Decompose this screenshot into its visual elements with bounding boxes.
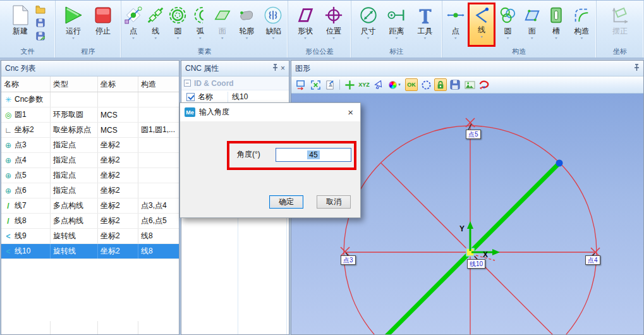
table-row[interactable]: 线10 旋转线 坐标2 线8 <box>1 244 179 259</box>
chevron-down-icon: ▼ <box>580 36 583 40</box>
row-coord: 坐标2 <box>98 244 138 259</box>
green-cross-icon <box>344 80 355 90</box>
row-type: 多点构线 <box>51 214 98 228</box>
construct-point-button[interactable]: 点 ▼ <box>444 3 467 47</box>
distance-button[interactable]: 距离 ▼ <box>382 3 411 47</box>
stop-icon <box>94 4 112 27</box>
close-icon[interactable]: × <box>346 107 355 117</box>
table-row[interactable]: 点5 指定点 坐标2 <box>1 168 179 183</box>
column-header-name[interactable]: 名称 <box>1 76 51 92</box>
table-row[interactable]: 点3 指定点 坐标2 <box>1 138 179 153</box>
rotate-arrow-icon <box>478 80 490 90</box>
column-header-coord[interactable]: 坐标 <box>98 76 138 92</box>
chevron-down-icon: ▼ <box>221 36 224 40</box>
scene-button[interactable] <box>463 78 476 91</box>
table-row[interactable]: 圆1 环形取圆 MCS <box>1 107 179 123</box>
construct-plane-button[interactable]: 面 ▼ <box>520 3 544 47</box>
table-row[interactable]: 线9 旋转线 坐标2 线8 <box>1 229 179 244</box>
construct-slot-button[interactable]: 槽 ▼ <box>544 3 568 47</box>
select-arrow-button[interactable] <box>372 78 385 91</box>
row-type <box>51 92 98 107</box>
row-construct: 线8 <box>138 229 179 243</box>
row-name: 坐标2 <box>15 125 34 135</box>
element-circle-button[interactable]: 圆 ▼ <box>167 3 188 47</box>
column-header-type[interactable]: 类型 <box>51 76 98 92</box>
row-name: 点3 <box>15 140 27 150</box>
table-row[interactable]: 点4 指定点 坐标2 <box>1 153 179 168</box>
row-coord: 坐标2 <box>98 183 138 198</box>
property-value[interactable]: 线10 <box>228 92 286 102</box>
ribbon-group-file: 新建 文件 <box>0 1 56 58</box>
chevron-down-icon: ▼ <box>530 36 534 40</box>
element-defect-button[interactable]: 缺陷 ▼ <box>260 3 286 47</box>
dashed-circle-button[interactable] <box>420 78 432 91</box>
align-button[interactable]: 摆正 <box>606 3 634 47</box>
row-name: 线7 <box>15 200 27 211</box>
element-arc-button[interactable]: 弧 ▼ <box>190 3 211 47</box>
element-profile-button[interactable]: 轮廓 ▼ <box>234 3 260 47</box>
select-arrow-icon <box>374 80 384 90</box>
run-label: 运行 <box>66 27 81 35</box>
save-button[interactable] <box>35 17 46 28</box>
dialog-titlebar[interactable]: Me 输入角度 × <box>180 103 360 121</box>
run-button[interactable]: 运行 ▼ <box>59 3 88 47</box>
ok-button[interactable]: 确定 <box>269 195 303 209</box>
table-row[interactable]: 点6 指定点 坐标2 <box>1 183 179 198</box>
chevron-down-icon: ▼ <box>395 36 399 40</box>
close-icon[interactable]: × <box>281 64 285 72</box>
section-id-coord[interactable]: − ID & Coord <box>181 76 289 90</box>
table-row[interactable]: Cnc参数 <box>1 92 179 107</box>
table-row[interactable]: 坐标2 取坐标原点 MCS 圆1,圆1,... <box>1 123 179 138</box>
arc-element-icon <box>191 4 210 27</box>
new-file-button[interactable]: 新建 <box>8 3 33 47</box>
element-plane-button[interactable]: 面 ▼ <box>212 3 233 47</box>
row-name: 线10 <box>15 246 30 257</box>
color-picker-button[interactable]: ▼ <box>387 78 403 91</box>
ok-toggle-button[interactable]: OK <box>405 78 418 91</box>
row-construct: 点6,点5 <box>138 214 179 228</box>
open-folder-button[interactable] <box>35 4 46 15</box>
ribbon-group-label: 构造 <box>442 47 596 58</box>
app-window: 新建 文件 <box>0 0 644 335</box>
crosshair-button[interactable] <box>343 78 356 91</box>
column-header-construct[interactable]: 构造 <box>138 76 179 92</box>
xyz-axes-button[interactable]: XYZ <box>358 78 370 91</box>
point5-label[interactable]: 点5 <box>466 130 481 139</box>
pin-icon[interactable] <box>272 64 278 73</box>
defect-element-icon <box>264 4 283 27</box>
stop-button[interactable]: 停止 <box>88 3 118 47</box>
line10-label[interactable]: 线10 <box>467 259 485 269</box>
angle-input[interactable]: 45 <box>276 148 351 162</box>
collapse-icon[interactable]: − <box>184 80 191 87</box>
point3-label[interactable]: 点3 <box>341 255 356 265</box>
cancel-button[interactable]: 取消 <box>317 195 351 209</box>
construct-line-button[interactable]: 线 ▼ <box>468 3 495 47</box>
zoom-region-button[interactable] <box>295 78 307 91</box>
element-line-button[interactable]: 线 ▼ <box>145 3 166 47</box>
tool-button[interactable]: 工具 ▼ <box>412 3 439 47</box>
point4-label[interactable]: 点4 <box>585 255 600 265</box>
lock-toggle-button[interactable] <box>434 78 447 91</box>
tolerance-position-button[interactable]: 位置 ▼ <box>320 3 348 47</box>
save-view-button[interactable] <box>449 78 461 91</box>
table-row[interactable]: 线8 多点构线 坐标2 点6,点5 <box>1 214 179 229</box>
pin-icon[interactable] <box>634 64 640 73</box>
tolerance-shape-button[interactable]: 形状 ▼ <box>291 3 319 47</box>
cnc-list-header: Cnc 列表 <box>1 61 179 76</box>
save-as-button[interactable] <box>35 30 46 42</box>
row-type-icon <box>4 186 13 195</box>
line-element-icon <box>146 4 165 27</box>
ribbon: 新建 文件 <box>0 0 644 59</box>
checkbox-checked-icon[interactable] <box>186 93 195 101</box>
dimension-button[interactable]: 尺寸 ▼ <box>355 3 382 47</box>
construct-circle-button[interactable]: 圆 ▼ <box>496 3 519 47</box>
export-image-button[interactable] <box>324 78 336 91</box>
chevron-down-icon: ▼ <box>154 36 157 40</box>
save-icon <box>450 80 460 90</box>
rotate-view-button[interactable] <box>478 78 490 91</box>
element-point-button[interactable]: 点 ▼ <box>123 3 144 47</box>
table-row[interactable]: 线7 多点构线 坐标2 点3,点4 <box>1 198 179 214</box>
chevron-down-icon: ▼ <box>423 36 427 40</box>
fit-view-button[interactable] <box>309 78 322 91</box>
construct-construct-button[interactable]: 构造 ▼ <box>569 3 595 47</box>
